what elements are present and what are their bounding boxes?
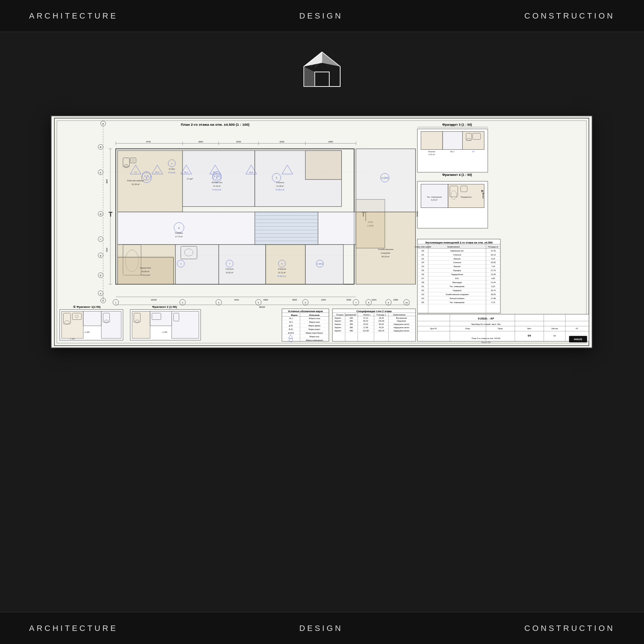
svg-text:Рабочий кабинет: Рабочий кабинет [127,180,144,182]
svg-text:Вн.7: Вн.7 [213,172,217,173]
svg-text:2/4: 2/4 [421,265,424,267]
svg-text:27,76 м²: 27,76 м² [175,236,183,238]
svg-text:Р: Р [102,300,104,302]
svg-rect-383 [356,149,415,212]
svg-text:21130: 21130 [416,211,418,217]
svg-text:2 (I04): 2 (I04) [317,263,323,265]
svg-text:Rl: Rl [472,150,474,153]
svg-text:2900: 2900 [393,299,398,301]
svg-text:Мансарда: Мансарда [452,281,462,283]
svg-text:12,42м²: 12,42м² [169,168,175,170]
svg-text:2: 2 [182,302,183,304]
svg-text:110,38: 110,38 [363,330,369,332]
svg-marker-5 [304,67,315,86]
svg-text:Р=41,9 м²: Р=41,9 м² [213,189,222,191]
svg-text:В: В [100,255,101,257]
svg-rect-53 [305,245,343,284]
svg-text:33,95 м²: 33,95 м² [141,270,150,273]
svg-text:Условные обозначения марок: Условные обозначения марок [288,310,323,313]
svg-marker-2 [322,52,340,67]
svg-text:Вн.8: Вн.8 [249,172,253,173]
svg-text:2/5: 2/5 [421,269,424,271]
svg-rect-54 [255,212,318,244]
svg-rect-51 [219,245,266,284]
svg-text:Д-02/3: Д-02/3 [288,332,294,334]
svg-text:6,22: 6,22 [491,285,495,287]
svg-text:Вн.3: Вн.3 [184,172,188,173]
svg-text:Личный кабинет: Личный кабинет [450,297,465,299]
svg-text:6: 6 [305,302,306,304]
svg-text:3/4: 3/4 [421,297,424,299]
svg-text:А: А [100,293,101,295]
svg-text:Е: Е [100,172,101,174]
svg-text:3900: 3900 [263,299,268,301]
svg-text:31,26 м²: 31,26 м² [132,183,140,185]
svg-text:Спальня: Спальня [278,268,286,270]
svg-text:Вх.2: Вх.2 [450,150,454,153]
blueprint-svg: План 2-го этажа на отм. ±4.500 (1 : 100)… [52,116,592,347]
footer-design: DESIGN [299,624,343,633]
svg-text:9,15: 9,15 [491,258,495,260]
svg-text:План 2-го этажа на отм. ±4.500: План 2-го этажа на отм. ±4.500 (1 : 100) [181,122,249,126]
svg-text:2/1: 2/1 [134,172,137,173]
svg-rect-164 [463,132,484,150]
svg-text:17,68: 17,68 [491,297,496,299]
svg-text:Спальня: Спальня [453,254,461,256]
svg-text:Экспликация помещений 2-го эта: Экспликация помещений 2-го этажа на отм.… [425,241,493,244]
svg-rect-345 [417,314,589,342]
svg-text:3200: 3200 [346,299,351,301]
svg-text:5: 5 [258,302,259,304]
svg-text:1: 1 [146,177,148,180]
svg-text:12,06: 12,06 [491,273,496,275]
svg-text:27,76: 27,76 [491,269,496,271]
svg-text:Описание: Описание [309,314,320,316]
svg-text:19100: 19100 [151,299,157,301]
svg-text:23,93 м²: 23,93 м² [226,271,233,274]
header-design: DESIGN [299,11,343,21]
svg-text:47,42 м²: 47,42 м² [213,185,221,187]
svg-text:Б: Б [100,274,101,277]
svg-text:Форма 336: Форма 336 [482,342,491,343]
svg-text:Объём 1: Объём 1 [363,314,370,316]
svg-text:9: 9 [388,302,389,304]
svg-text:3743: 3743 [146,141,151,143]
svg-text:Разр.: Разр. [466,327,471,330]
svg-text:Ванная: Ванная [454,258,460,260]
svg-text:Тех. помещение: Тех. помещение [450,301,464,303]
svg-text:① Фрагмент 1(1:50): ① Фрагмент 1(1:50) [73,305,101,309]
svg-rect-43 [182,150,255,206]
svg-text:Номер поме-щений: Номер поме-щений [415,246,431,248]
svg-text:6,22 м²: 6,22 м² [431,199,438,201]
svg-text:2/6: 2/6 [421,273,424,275]
svg-text:3 (I04): 3 (I04) [381,177,389,180]
svg-text:Хозяйственная кладовая: Хозяйственная кладовая [446,293,468,295]
svg-text:380: 380 [350,320,353,322]
svg-text:Р1: Р1 [576,327,578,330]
svg-text:2/3: 2/3 [421,261,424,263]
svg-text:200: 200 [350,317,353,319]
svg-text:4500: 4500 [450,125,455,127]
svg-text:5: 5 [276,177,277,179]
svg-text:3/2: 3/2 [421,289,424,291]
svg-text:Гардеробная: Гардеробная [451,273,463,275]
svg-text:Спальня: Спальня [453,261,461,263]
footer-bar: ARCHITECTURE DESIGN CONSTRUCTION [0,612,644,644]
svg-text:Р: Р [102,123,104,125]
svg-text:+4.385: +4.385 [84,331,90,333]
svg-text:10: 10 [405,302,407,304]
svg-text:3000: 3000 [198,141,203,143]
svg-text:КХС: КХС [455,277,459,279]
svg-text:Ж-1: Ж-1 [289,317,293,319]
svg-text:37,12: 37,12 [363,317,368,319]
svg-text:2/7: 2/7 [421,277,424,279]
svg-text:Фрагмент 3 (1 : 50): Фрагмент 3 (1 : 50) [442,123,472,126]
header-construction: CONSTRUCTION [524,11,615,21]
svg-text:380: 380 [350,326,353,329]
svg-text:Спецификация стен 2 этажа: Спецификация стен 2 этажа [357,310,392,313]
svg-text:4200: 4200 [106,248,108,252]
svg-text:3800: 3800 [106,179,108,184]
svg-rect-47 [305,150,341,180]
svg-text:3: 3 [218,302,219,304]
svg-text:Р=29,2 м²: Р=29,2 м² [277,275,286,277]
svg-text:17,66: 17,66 [363,326,368,329]
